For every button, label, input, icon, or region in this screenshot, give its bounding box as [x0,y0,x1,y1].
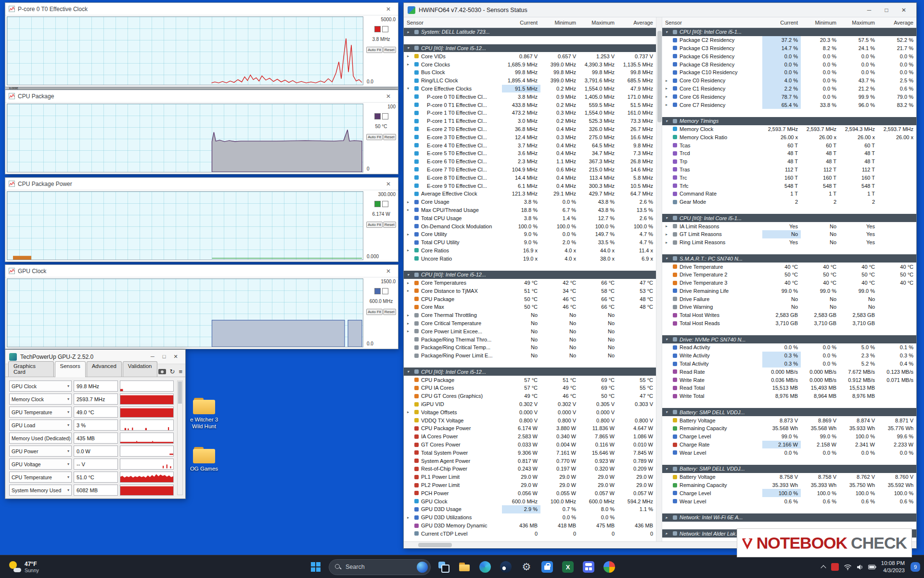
sensor-select[interactable]: GPU Voltage▾ [9,459,72,470]
sensor-row[interactable]: ▸Core Temperatures49 °C42 °C66 °C47 °C [404,279,656,287]
expand-arrow-icon[interactable]: ▸ [404,321,412,326]
background-color-swatch[interactable] [382,113,388,119]
refresh-icon[interactable]: ↻ [170,368,175,375]
expand-arrow-icon[interactable]: ▸ [662,94,671,99]
line-color-swatch[interactable] [374,26,381,32]
reset-button[interactable]: Reset [383,134,396,140]
sensor-row[interactable]: Read Total15,513 MB15,493 MB15,513 MB [662,384,916,392]
auto-fit-button[interactable]: Auto Fit [366,47,383,53]
sensor-select[interactable]: CPU Temperature▾ [9,472,72,483]
notification-badge[interactable]: 9 [911,562,920,572]
graph-window-titlebar[interactable]: GPU Clock ✕ [5,265,398,277]
sensor-row[interactable]: Wear Level0.6 %0.6 %0.6 %0.6 % [662,497,916,505]
sensor-row[interactable]: E-core 3 T0 Effective Cl...12.4 MHz0.3 M… [404,133,656,141]
file-explorer-button[interactable] [455,557,474,577]
start-button[interactable] [306,557,325,577]
expand-arrow-icon[interactable]: ▸ [662,224,671,228]
sensor-row[interactable]: Package/Ring Power Limit E...NoNoNo [404,352,656,360]
close-icon[interactable]: ✕ [382,181,395,187]
sensor-row[interactable]: Remaining Capacity35.568 Wh35.568 Wh35.9… [662,424,916,433]
battery-icon[interactable] [868,565,876,570]
sensor-row[interactable]: E-core 8 T0 Effective Cl...14.4 MHz0.4 M… [404,173,656,182]
sensor-row[interactable]: Trp48 T48 T48 T [662,158,916,166]
sensor-row[interactable]: Package/Ring Thermal Thro...NoNoNo [404,335,656,343]
expand-arrow-icon[interactable]: ▸ [662,515,671,520]
close-icon[interactable]: ✕ [170,354,181,360]
search-box[interactable]: Search [329,559,431,575]
sensor-row[interactable]: ▸Core Thermal ThrottlingNoNoNo [404,311,656,319]
sensor-group-row[interactable]: ▾CPU [#0]: Intel Core i5-1... [662,28,916,36]
sensor-row[interactable]: Battery Voltage8.873 V8.869 V8.874 V8.87… [662,416,916,424]
sensor-row[interactable]: Trcd48 T48 T48 T [662,149,916,158]
reset-button[interactable]: Reset [383,309,396,315]
sensor-row[interactable]: ▸Core C1 Residency2.2 %0.0 %21.2 %0.6 % [662,85,916,93]
sensor-row[interactable]: Drive WarningNoNoNo [662,303,916,311]
sensor-group-row[interactable]: ▾CPU [#0]: Intel Core i5-12... [404,44,656,53]
sensor-row[interactable]: ▸GT Limit ReasonsNoNoYes [662,230,916,238]
sensor-row[interactable]: VDDQ TX Voltage0.800 V0.800 V0.800 V0.80… [404,416,656,424]
expand-arrow-icon[interactable]: ▸ [404,410,412,414]
sensor-row[interactable]: ▸Core VIDs0.867 V0.657 V1.253 V0.737 V [404,52,656,60]
sensor-row[interactable]: On-Demand Clock Modulation100.0 %100.0 %… [404,222,656,230]
sensor-row[interactable]: GT Cores Power0.033 W0.004 W0.116 W0.010… [404,441,656,449]
sensor-group-row[interactable]: ▸Network: Intel Wi-Fi 6E A... [662,513,916,522]
sensor-row[interactable]: Package C10 Residency0.0 %0.0 %0.0 %0.0 … [662,68,916,77]
sensor-select[interactable]: GPU Power▾ [9,446,72,457]
sensor-row[interactable]: Write Activity0.3 %0.0 %2.3 %0.3 % [662,352,916,360]
sensor-row[interactable]: Total Host Writes2,583 GB2,583 GB2,583 G… [662,311,916,319]
steam-button[interactable] [496,557,515,577]
expand-arrow-icon[interactable]: ▾ [662,467,671,471]
sensor-row[interactable]: Package C2 Residency37.2 %20.3 %57.5 %52… [662,36,916,44]
sensor-row[interactable]: Drive Temperature 340 °C40 °C40 °C40 °C [662,279,916,287]
sensor-select[interactable]: GPU Clock▾ [9,381,72,392]
line-color-swatch[interactable] [374,201,381,207]
sensor-row[interactable]: GPU D3D Memory Dynamic436 MB418 MB475 MB… [404,522,656,530]
sensor-row[interactable]: ▸Core Ratios16.9 x4.0 x44.0 x11.4 x [404,247,656,255]
sensor-row[interactable]: IA Cores Power2.583 W0.340 W7.865 W1.086… [404,433,656,441]
calculator-button[interactable] [579,557,598,577]
expand-arrow-icon[interactable]: ▾ [662,256,671,261]
sensor-row[interactable]: CPU IA Cores57 °C49 °C69 °C55 °C [404,384,656,392]
sensor-row[interactable]: Read Activity0.0 %0.0 %5.0 %0.1 % [662,343,916,352]
expand-arrow-icon[interactable]: ▸ [404,30,412,34]
tray-overflow-chevron-icon[interactable] [821,565,826,570]
menu-icon[interactable]: ≡ [179,368,182,375]
sensor-row[interactable]: ▸Ring Limit ReasonsYesNoYes [662,238,916,247]
expand-arrow-icon[interactable]: ▾ [662,337,671,342]
line-color-swatch[interactable] [374,113,381,119]
store-button[interactable] [538,557,557,577]
sensor-row[interactable]: CPU Package50 °C46 °C66 °C48 °C [404,295,656,303]
sensor-row[interactable]: ▸Core Distance to TjMAX51 °C34 °C58 °C53… [404,287,656,295]
sensor-row[interactable]: P-core 1 T0 Effective Cl...473.2 MHz0.3 … [404,109,656,117]
sensor-row[interactable]: ▸Core Utility9.0 %0.0 %149.7 %4.7 % [404,230,656,238]
expand-arrow-icon[interactable]: ▸ [404,208,412,212]
hwinfo-titlebar[interactable]: HWiNFO64 v7.42-5030 - Sensors Status ─ □… [404,3,916,17]
sensor-row[interactable]: ▸Core Power Limit Excee...NoNoNo [404,327,656,335]
sensor-row[interactable]: System Agent Power0.817 W0.770 W0.923 W0… [404,457,656,465]
expand-arrow-icon[interactable]: ▸ [404,281,412,285]
expand-arrow-icon[interactable]: ▾ [404,46,412,50]
expand-arrow-icon[interactable]: ▸ [404,200,412,204]
sensor-row[interactable]: Package/Ring Critical Temp...NoNoNo [404,343,656,352]
sensor-row[interactable]: Package C6 Residency0.0 %0.0 %0.0 %0.0 % [662,52,916,60]
photos-button[interactable] [600,557,619,577]
sensor-row[interactable]: PCH Power0.056 W0.055 W0.057 W0.057 W [404,489,656,497]
sensor-row[interactable]: E-core 9 T0 Effective Cl...6.1 MHz0.4 MH… [404,182,656,190]
sensor-row[interactable]: Command Rate1 T1 T1 T [662,190,916,198]
sensor-group-row[interactable]: ▸System: DELL Latitude 723... [404,28,656,36]
sensor-row[interactable]: Remaining Capacity35.393 Wh35.393 Wh35.7… [662,481,916,489]
sensor-row[interactable]: Drive Temperature 250 °C50 °C50 °C50 °C [662,271,916,279]
expand-arrow-icon[interactable]: ▾ [404,273,412,277]
restore-icon[interactable]: □ [158,354,170,360]
expand-arrow-icon[interactable]: ▸ [404,329,412,333]
sensor-row[interactable]: Current cTDP Level0000 [404,529,656,538]
tab-advanced[interactable]: Advanced [87,361,122,377]
expand-arrow-icon[interactable]: ▾ [662,216,671,220]
sensor-row[interactable]: Write Rate0.036 MB/s0.000 MB/s0.912 MB/s… [662,376,916,384]
tab-graphics-card[interactable]: Graphics Card [8,361,54,377]
sensor-row[interactable]: ▸Core C6 Residency78.7 %0.0 %99.9 %79.0 … [662,92,916,101]
hwinfo-tray-icon[interactable] [831,563,839,571]
sensor-row[interactable]: GPU Clock600.0 MHz100.0 MHz600.0 MHz594.… [404,497,656,505]
sensor-row[interactable]: Trfc548 T548 T548 T [662,182,916,190]
sensor-row[interactable]: Bus Clock99.8 MHz99.8 MHz99.8 MHz99.8 MH… [404,68,656,77]
